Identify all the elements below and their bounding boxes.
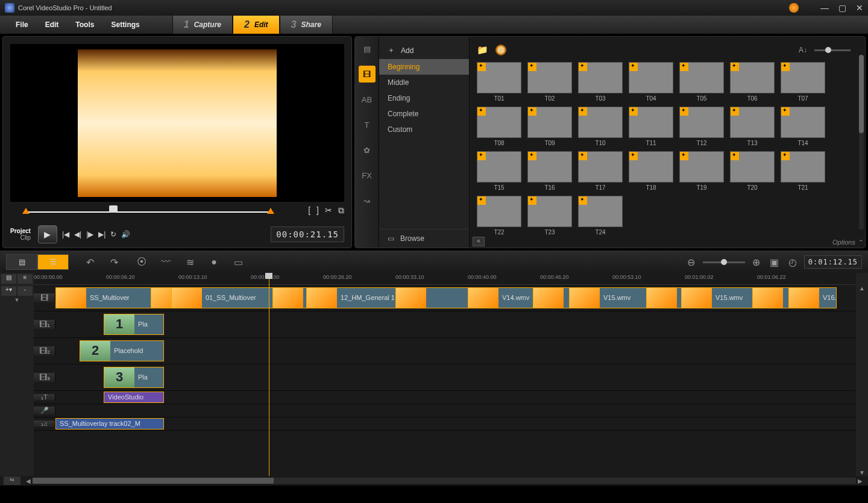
- thumb-t13[interactable]: T13: [730, 107, 775, 146]
- thumb-t18[interactable]: T18: [629, 151, 673, 191]
- thumb-t03[interactable]: T03: [578, 62, 623, 102]
- thumb-t12[interactable]: T12: [679, 107, 724, 146]
- library-add[interactable]: ＋Add: [379, 42, 469, 59]
- clip-overlay2[interactable]: 2Placehold: [80, 340, 164, 361]
- play-button[interactable]: ▶: [38, 225, 57, 243]
- thumb-t02[interactable]: T02: [527, 62, 572, 102]
- hscrollbar[interactable]: [33, 478, 856, 484]
- step-edit[interactable]: 2Edit: [233, 16, 280, 34]
- thumb-t19[interactable]: T19: [679, 151, 724, 191]
- overlay1-icon[interactable]: 🎞₁: [34, 320, 55, 329]
- fit-project-button[interactable]: ▣: [768, 257, 781, 268]
- project-duration-icon[interactable]: ◴: [786, 257, 799, 268]
- next-frame-button[interactable]: |▶: [86, 230, 93, 239]
- library-cat-middle[interactable]: Middle: [379, 75, 469, 90]
- thumb-t22[interactable]: T22: [477, 196, 521, 236]
- auto-music-button[interactable]: ≋: [183, 257, 197, 268]
- thumb-t21[interactable]: T21: [781, 151, 825, 191]
- library-scrollbar[interactable]: [859, 55, 864, 230]
- sort-icon[interactable]: A↓: [799, 46, 807, 54]
- folder-icon[interactable]: 📁: [477, 45, 488, 55]
- title-track[interactable]: ₁T VideoStudio: [34, 391, 856, 404]
- library-cat-beginning[interactable]: Beginning: [379, 59, 469, 75]
- vtab-media[interactable]: ▤: [359, 40, 376, 57]
- thumb-t10[interactable]: T10: [578, 107, 623, 146]
- thumb-t15[interactable]: T15: [477, 151, 521, 191]
- mark-out-button[interactable]: ]: [316, 205, 319, 216]
- mode-clip[interactable]: Clip: [10, 234, 31, 241]
- cut-button[interactable]: ✂: [325, 205, 332, 216]
- clip-overlay1[interactable]: 1Pla: [104, 314, 164, 334]
- thumb-t17[interactable]: T17: [578, 151, 623, 191]
- expand-button[interactable]: ⧉: [338, 205, 344, 216]
- clip-video-7[interactable]: [533, 287, 570, 308]
- overlay-track-1[interactable]: 🎞₁ 1Pla: [34, 311, 856, 338]
- tl-left-a[interactable]: ▤: [1, 274, 16, 284]
- clip-video-6[interactable]: V14.wmv: [468, 287, 534, 308]
- hscroll-left[interactable]: ◀: [24, 478, 33, 484]
- thumb-t24[interactable]: T24: [578, 196, 623, 236]
- preview-viewport[interactable]: [10, 44, 344, 202]
- thumb-t06[interactable]: T06: [730, 62, 775, 102]
- scrub-head[interactable]: [109, 205, 118, 213]
- wheel-icon[interactable]: [495, 45, 506, 55]
- tl-left-c[interactable]: +▾: [1, 286, 16, 296]
- library-cat-complete[interactable]: Complete: [379, 106, 469, 122]
- tl-left-b[interactable]: ≡: [17, 274, 33, 284]
- close-button[interactable]: ✕: [856, 3, 863, 13]
- music-track[interactable]: ₁♫ SS_Multioverlay track02_M: [34, 417, 856, 431]
- mark-in-button[interactable]: [: [308, 205, 310, 216]
- thumb-t23[interactable]: T23: [527, 196, 572, 236]
- storyboard-view-button[interactable]: ▤: [6, 254, 37, 270]
- go-start-button[interactable]: |◀: [62, 230, 69, 239]
- clip-video-3[interactable]: [272, 287, 307, 308]
- clip-video-10[interactable]: V15.wmv: [681, 287, 753, 308]
- clip-music[interactable]: SS_Multioverlay track02_M: [55, 418, 164, 430]
- vtab-title[interactable]: T: [359, 116, 376, 133]
- collapse-sidebar-button[interactable]: «: [473, 237, 485, 246]
- vtab-transition[interactable]: AB: [359, 91, 376, 108]
- thumb-t08[interactable]: T08: [477, 107, 521, 146]
- vtab-path[interactable]: ↝: [359, 192, 376, 209]
- overlay-track-2[interactable]: 🎞₂ 2Placehold: [34, 338, 856, 364]
- menu-file[interactable]: File: [7, 20, 37, 29]
- clip-video-0[interactable]: SS_Multiover: [55, 287, 152, 308]
- thumb-t09[interactable]: T09: [527, 107, 572, 146]
- thumb-t01[interactable]: T01: [477, 62, 521, 102]
- timeline-ruler[interactable]: 00:00:00.0000:00:06.2000:00:13.1000:00:2…: [34, 273, 856, 285]
- library-cat-ending[interactable]: Ending: [379, 90, 469, 106]
- library-cat-custom[interactable]: Custom: [379, 122, 469, 137]
- voice-track-icon[interactable]: 🎤: [34, 407, 55, 414]
- thumb-zoom-slider[interactable]: [814, 49, 851, 51]
- video-track[interactable]: 🎞 SS_Multioverfad01_SS_Multiover12_HM_Ge…: [34, 285, 856, 311]
- redo-button[interactable]: ↷: [107, 257, 121, 268]
- volume-button[interactable]: 🔊: [121, 230, 130, 239]
- project-duration[interactable]: 0:01:12.15: [804, 255, 862, 269]
- maximize-button[interactable]: ▢: [838, 3, 846, 13]
- clip-video-1[interactable]: fad: [151, 287, 172, 308]
- vtab-graphic[interactable]: ✿: [359, 142, 376, 158]
- chapter-button[interactable]: ▭: [231, 257, 245, 268]
- track-manager-button[interactable]: ●: [207, 257, 221, 268]
- clip-video-11[interactable]: [752, 287, 790, 308]
- minimize-button[interactable]: —: [820, 3, 829, 13]
- zoom-out-button[interactable]: ⊖: [685, 257, 698, 268]
- clip-video-12[interactable]: V16.wmv: [788, 287, 837, 308]
- music-track-icon[interactable]: ₁♫: [34, 420, 55, 427]
- hscroll-right[interactable]: ▶: [856, 478, 864, 484]
- thumb-t20[interactable]: T20: [730, 151, 775, 191]
- thumb-t16[interactable]: T16: [527, 151, 572, 191]
- vtab-filter[interactable]: FX: [359, 167, 376, 184]
- step-capture[interactable]: 1Capture: [172, 16, 233, 34]
- overlay3-icon[interactable]: 🎞₃: [34, 373, 55, 382]
- playhead[interactable]: [269, 273, 269, 476]
- collapse-tracks-button[interactable]: ▼: [0, 297, 34, 305]
- overlay-track-3[interactable]: 🎞₃ 3Pla: [34, 364, 856, 391]
- mark-in-handle[interactable]: [22, 208, 30, 214]
- clip-video-2[interactable]: 01_SS_Multiover: [171, 287, 274, 308]
- menu-edit[interactable]: Edit: [37, 20, 68, 29]
- zoom-in-button[interactable]: ⊕: [750, 257, 763, 268]
- clip-video-9[interactable]: [646, 287, 682, 308]
- clip-video-8[interactable]: V15.wmv: [569, 287, 647, 308]
- library-browse[interactable]: ▭Browse: [379, 229, 469, 248]
